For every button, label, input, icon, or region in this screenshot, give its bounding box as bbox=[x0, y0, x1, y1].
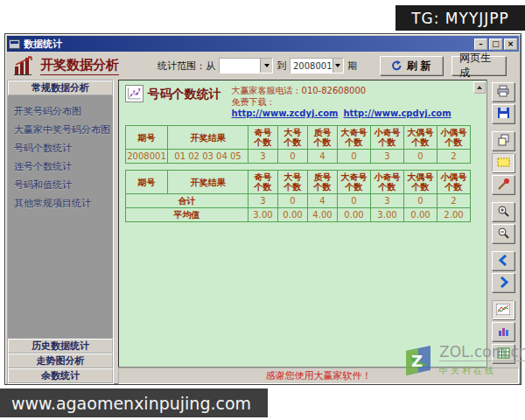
to-label: 到 bbox=[276, 60, 286, 73]
close-button[interactable]: × bbox=[504, 38, 517, 50]
app-window: 数据统计 –□× 开奖数据分析 统计范围： 从 到 2008001 bbox=[4, 33, 522, 385]
zol-caption-text: 中关村在线 bbox=[439, 366, 496, 375]
download-link[interactable]: http://www.zcdyj.com bbox=[232, 108, 339, 118]
bar-chart-icon bbox=[497, 324, 510, 340]
content-area: 常规数据分析 开奖号码分布图大赢家中奖号码分布图号码个数统计连号个数统计号码和值… bbox=[7, 80, 519, 384]
table-cell: 0 bbox=[338, 150, 371, 164]
bar-chart-logo-icon bbox=[14, 56, 35, 75]
sidebar-bottom-buttons: 历史数据统计走势图分析余数统计 bbox=[8, 339, 113, 383]
minimize-button[interactable]: – bbox=[474, 38, 487, 50]
sidebar-section-button[interactable]: 历史数据统计 bbox=[8, 339, 113, 354]
zol-logo-icon: Z bbox=[401, 344, 436, 382]
report-panel: 号码个数统计 大赢家客服电话：010-82608000 免费下载：http://… bbox=[118, 80, 487, 368]
save-icon bbox=[497, 106, 510, 122]
table-header-cell: 大奇号个数 bbox=[338, 126, 371, 150]
download-label: 免费下载： bbox=[232, 97, 276, 107]
table-cell: 3 bbox=[371, 194, 404, 208]
period-stats-table: 期号开奖结果奇号个数大号个数质号个数大奇号个数小奇号个数大偶号个数小偶号个数20… bbox=[125, 125, 471, 164]
print-button[interactable] bbox=[492, 82, 514, 102]
table-header-cell: 大偶号个数 bbox=[404, 126, 438, 150]
table-cell: 0 bbox=[278, 150, 308, 164]
status-text: 感谢您使用大赢家软件！ bbox=[266, 369, 372, 382]
refresh-button[interactable]: 刷 新 bbox=[380, 56, 443, 75]
sidebar-section-button[interactable]: 走势图分析 bbox=[8, 354, 113, 368]
webgen-label: 网页生成 bbox=[459, 51, 498, 80]
table-cell: 4 bbox=[308, 194, 338, 208]
tg-watermark: TG: MYYJJPP bbox=[396, 5, 525, 31]
back-icon bbox=[498, 253, 509, 270]
tg-watermark-text: TG: MYYJJPP bbox=[411, 10, 509, 27]
table-header-cell: 小偶号个数 bbox=[438, 126, 471, 150]
sidebar-item[interactable]: 开奖号码分布图 bbox=[14, 102, 113, 121]
brush-button[interactable] bbox=[492, 175, 514, 194]
table-cell: 0 bbox=[404, 150, 438, 164]
table-cell: 3.00 bbox=[371, 208, 404, 222]
toolbar: 开奖数据分析 统计范围： 从 到 2008001 期 刷 新 网页生 bbox=[7, 52, 519, 80]
table-cell: 01 02 03 04 05 bbox=[168, 150, 248, 164]
chevron-down-icon[interactable] bbox=[260, 59, 272, 73]
to-period-select[interactable]: 2008001 bbox=[290, 58, 344, 74]
line-chart-icon bbox=[496, 302, 510, 318]
scroll-up-button[interactable] bbox=[473, 81, 486, 94]
refresh-icon bbox=[391, 60, 402, 71]
contact-info: 大赢家客服电话：010-82608000 免费下载：http://www.zcd… bbox=[232, 85, 480, 119]
zol-brand-text: ZOL.com.cn bbox=[439, 343, 525, 361]
sidebar-item[interactable]: 其他常规项目统计 bbox=[14, 194, 113, 213]
table-cell: 3.00 bbox=[248, 208, 278, 222]
sidebar-item[interactable]: 连号个数统计 bbox=[14, 158, 113, 176]
summary-label: 合计 bbox=[126, 194, 248, 208]
to-period-value: 2008001 bbox=[290, 61, 332, 71]
download-link[interactable]: http://www.cpdyj.com bbox=[343, 108, 451, 118]
select-button[interactable] bbox=[492, 153, 514, 172]
table-cell: 2 bbox=[438, 150, 471, 164]
table-row: 200800101 02 03 04 053040302 bbox=[126, 150, 471, 164]
sidebar-item[interactable]: 号码个数统计 bbox=[14, 139, 113, 158]
webpage-generate-button[interactable]: 网页生成 bbox=[452, 56, 506, 75]
table-header-cell: 期号 bbox=[126, 171, 168, 194]
save-button[interactable] bbox=[492, 104, 514, 123]
sidebar-item[interactable]: 号码和值统计 bbox=[14, 176, 113, 194]
zoom-out-icon bbox=[497, 226, 510, 242]
forward-icon bbox=[498, 275, 509, 291]
summary-stats-table: 期号开奖结果奇号个数大号个数质号个数大奇号个数小奇号个数大偶号个数小偶号个数合计… bbox=[125, 170, 471, 222]
maximize-button[interactable]: □ bbox=[489, 38, 502, 50]
table-header-cell: 开奖结果 bbox=[168, 171, 248, 194]
table-header-cell: 小奇号个数 bbox=[371, 171, 404, 194]
bar-chart-button[interactable] bbox=[492, 322, 514, 341]
line-chart-button[interactable] bbox=[492, 300, 514, 319]
sidebar: 常规数据分析 开奖号码分布图大赢家中奖号码分布图号码个数统计连号个数统计号码和值… bbox=[7, 80, 114, 384]
copy-icon bbox=[497, 133, 510, 150]
zol-watermark: Z ZOL.com.cn 中关村在线 bbox=[401, 344, 525, 382]
zoom-in-button[interactable] bbox=[492, 202, 514, 221]
sidebar-section-button[interactable]: 余数统计 bbox=[8, 368, 113, 383]
forward-button[interactable] bbox=[492, 273, 514, 292]
copy-button[interactable] bbox=[492, 131, 514, 150]
table-cell: 0 bbox=[338, 194, 371, 208]
table-cell: 2 bbox=[438, 194, 471, 208]
back-button[interactable] bbox=[492, 251, 514, 270]
period-label: 期 bbox=[347, 60, 357, 73]
table-header-cell: 大偶号个数 bbox=[404, 171, 438, 194]
sidebar-item[interactable]: 大赢家中奖号码分布图 bbox=[14, 121, 113, 139]
zoom-out-button[interactable] bbox=[492, 224, 514, 243]
table-header-cell: 大奇号个数 bbox=[338, 171, 371, 194]
table-cell: 0 bbox=[404, 194, 438, 208]
bottom-watermark-bar: www.agaomenxinpujing.com bbox=[0, 388, 268, 417]
brush-icon bbox=[497, 177, 510, 193]
table-cell: 0.00 bbox=[338, 208, 371, 222]
summary-row: 合计3040302 bbox=[126, 194, 471, 208]
table-header-cell: 质号个数 bbox=[308, 126, 338, 150]
app-title: 开奖数据分析 bbox=[40, 57, 119, 75]
scatter-chart-icon bbox=[125, 85, 144, 102]
table-cell: 3 bbox=[371, 150, 404, 164]
table-cell: 0.00 bbox=[278, 208, 308, 222]
from-period-select[interactable] bbox=[219, 58, 273, 74]
summary-label: 平均值 bbox=[126, 208, 248, 222]
table-cell: 2008001 bbox=[126, 150, 168, 164]
report-header: 号码个数统计 大赢家客服电话：010-82608000 免费下载：http://… bbox=[125, 85, 480, 119]
sidebar-header-button[interactable]: 常规数据分析 bbox=[8, 80, 113, 95]
chevron-down-icon[interactable] bbox=[332, 59, 343, 73]
table-header-cell: 小偶号个数 bbox=[438, 171, 471, 194]
window-titlebar[interactable]: 数据统计 –□× bbox=[7, 36, 519, 52]
summary-row: 平均值3.000.004.000.003.000.002.00 bbox=[126, 208, 471, 222]
